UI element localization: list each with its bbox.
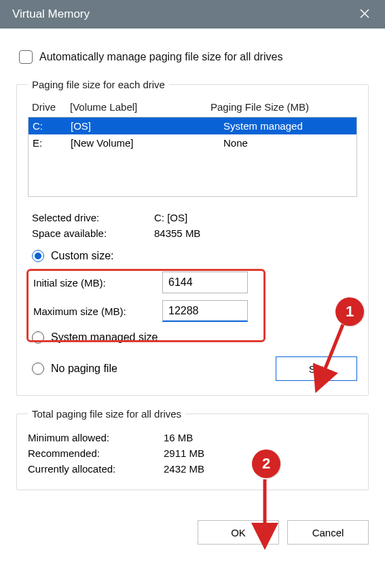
auto-manage-label: Automatically manage paging file size fo… bbox=[39, 51, 282, 63]
header-drive: Drive bbox=[32, 101, 70, 113]
drive-list-header: Drive [Volume Label] Paging File Size (M… bbox=[28, 98, 357, 117]
set-button[interactable]: Set bbox=[276, 356, 357, 381]
annotation-badge-2: 2 bbox=[252, 449, 280, 478]
radio-icon bbox=[32, 363, 44, 375]
group-legend: Total paging file size for all drives bbox=[28, 408, 185, 420]
space-available-value: 84355 MB bbox=[154, 227, 200, 239]
selected-drive-label: Selected drive: bbox=[32, 212, 154, 223]
paging-per-drive-group: Paging file size for each drive Drive [V… bbox=[16, 79, 369, 396]
radio-none-label: No paging file bbox=[51, 363, 117, 375]
maximum-size-input[interactable] bbox=[162, 300, 248, 322]
radio-sys-label: System managed size bbox=[51, 331, 158, 344]
radio-icon bbox=[32, 250, 44, 262]
selected-drive-value: C: [OS] bbox=[154, 212, 187, 223]
currently-allocated-value: 2432 MB bbox=[164, 463, 204, 475]
cancel-button[interactable]: Cancel bbox=[287, 520, 369, 545]
drive-volume: [OS] bbox=[71, 120, 223, 132]
radio-custom-size[interactable]: Custom size: bbox=[32, 250, 353, 262]
header-paging: Paging File Size (MB) bbox=[210, 101, 353, 113]
initial-size-label: Initial size (MB): bbox=[33, 277, 162, 289]
annotation-number: 1 bbox=[346, 303, 354, 320]
initial-size-input[interactable] bbox=[162, 272, 248, 293]
recommended-value: 2911 MB bbox=[164, 447, 204, 459]
maximum-size-label: Maximum size (MB): bbox=[33, 306, 162, 317]
drive-paging: System managed bbox=[223, 120, 352, 132]
annotation-badge-1: 1 bbox=[335, 297, 364, 326]
ok-button[interactable]: OK bbox=[198, 520, 279, 545]
dialog-footer: OK Cancel bbox=[0, 513, 385, 558]
close-icon[interactable] bbox=[356, 7, 373, 22]
total-paging-group: Total paging file size for all drives Mi… bbox=[16, 408, 369, 490]
min-allowed-label: Minimum allowed: bbox=[28, 432, 164, 443]
recommended-label: Recommended: bbox=[28, 447, 164, 459]
titlebar: Virtual Memory bbox=[0, 0, 385, 29]
radio-custom-label: Custom size: bbox=[51, 250, 113, 262]
header-volume: [Volume Label] bbox=[70, 101, 210, 113]
min-allowed-value: 16 MB bbox=[164, 432, 193, 443]
space-available-label: Space available: bbox=[32, 227, 154, 239]
drive-paging: None bbox=[223, 137, 352, 149]
auto-manage-checkbox[interactable] bbox=[19, 50, 33, 64]
drive-row[interactable]: C: [OS] System managed bbox=[29, 117, 356, 134]
drive-volume: [New Volume] bbox=[71, 137, 223, 149]
group-legend: Paging file size for each drive bbox=[28, 79, 169, 90]
annotation-number: 2 bbox=[262, 455, 270, 473]
radio-no-paging[interactable]: No paging file bbox=[32, 363, 117, 375]
currently-allocated-label: Currently allocated: bbox=[28, 463, 164, 475]
window-title: Virtual Memory bbox=[12, 7, 90, 21]
radio-icon bbox=[32, 331, 44, 344]
radio-system-managed[interactable]: System managed size bbox=[32, 331, 353, 344]
drive-letter: C: bbox=[33, 120, 71, 132]
drive-row[interactable]: E: [New Volume] None bbox=[29, 134, 356, 151]
drive-list[interactable]: C: [OS] System managed E: [New Volume] N… bbox=[28, 117, 357, 197]
drive-letter: E: bbox=[33, 137, 71, 149]
